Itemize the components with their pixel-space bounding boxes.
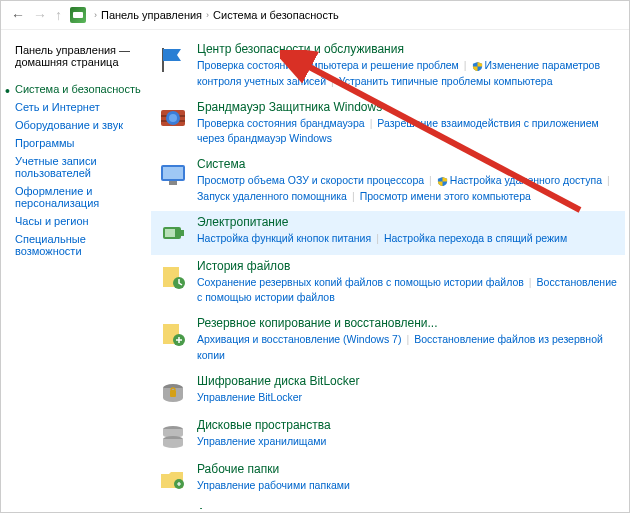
category-links: Просмотр объема ОЗУ и скорости процессор… <box>197 173 619 205</box>
category-title[interactable]: Центр безопасности и обслуживания <box>197 42 619 56</box>
firewall-icon <box>157 102 189 134</box>
category-links: Управление BitLocker <box>197 390 619 406</box>
category-link[interactable]: Запуск удаленного помощника <box>197 190 347 202</box>
breadcrumb-root[interactable]: Панель управления <box>101 9 202 21</box>
category-links: Проверка состояния компьютера и решение … <box>197 58 619 90</box>
admin-icon <box>157 508 189 510</box>
category-row: СистемаПросмотр объема ОЗУ и скорости пр… <box>151 153 625 211</box>
category-links: Управление рабочими папками <box>197 478 619 494</box>
link-separator: | <box>429 174 432 186</box>
category-link[interactable]: Устранить типичные проблемы компьютера <box>339 75 553 87</box>
category-link[interactable]: Просмотр объема ОЗУ и скорости процессор… <box>197 174 424 186</box>
svg-rect-14 <box>170 390 176 397</box>
category-links: Настройка функций кнопок питания|Настрой… <box>197 231 619 247</box>
sidebar-item[interactable]: Система и безопасность <box>15 80 145 98</box>
home-link-line2: домашняя страница <box>15 56 145 68</box>
svg-rect-7 <box>169 181 177 185</box>
link-separator: | <box>406 333 409 345</box>
sidebar-item[interactable]: Часы и регион <box>15 212 145 230</box>
control-panel-home-link[interactable]: Панель управления — домашняя страница <box>15 44 145 68</box>
category-row: Центр безопасности и обслуживанияПроверк… <box>151 38 625 96</box>
link-separator: | <box>464 59 467 71</box>
category-row: История файловСохранение резервных копий… <box>151 255 625 313</box>
category-row: АдминистрированиеОсвобождение места на д… <box>151 502 625 510</box>
main-panel: Центр безопасности и обслуживанияПроверк… <box>151 30 629 509</box>
category-title[interactable]: История файлов <box>197 259 619 273</box>
category-link[interactable]: Настройка функций кнопок питания <box>197 232 371 244</box>
category-title[interactable]: Брандмауэр Защитника Windows <box>197 100 619 114</box>
sidebar-item[interactable]: Программы <box>15 134 145 152</box>
sidebar-list: Система и безопасностьСеть и ИнтернетОбо… <box>15 80 145 260</box>
breadcrumb-current[interactable]: Система и безопасность <box>213 9 339 21</box>
sidebar: Панель управления — домашняя страница Си… <box>1 30 151 509</box>
svg-rect-6 <box>163 167 183 179</box>
category-row: Рабочие папкиУправление рабочими папками <box>151 458 625 502</box>
link-separator: | <box>607 174 610 186</box>
category-title[interactable]: Шифрование диска BitLocker <box>197 374 619 388</box>
category-link[interactable]: Настройка перехода в спящий режим <box>384 232 567 244</box>
category-link[interactable]: Проверка состояния брандмауэра <box>197 117 365 129</box>
category-row: ЭлектропитаниеНастройка функций кнопок п… <box>151 211 625 255</box>
category-title[interactable]: Электропитание <box>197 215 619 229</box>
up-button[interactable]: ↑ <box>55 7 62 23</box>
link-separator: | <box>376 232 379 244</box>
category-link[interactable]: Управление рабочими папками <box>197 479 350 491</box>
link-separator: | <box>370 117 373 129</box>
storage-icon <box>157 420 189 452</box>
category-link[interactable]: Архивация и восстановление (Windows 7) <box>197 333 401 345</box>
backup-icon <box>157 318 189 350</box>
sidebar-item[interactable]: Сеть и Интернет <box>15 98 145 116</box>
chevron-icon: › <box>94 10 97 20</box>
category-row: Резервное копирование и восстановлени...… <box>151 312 625 370</box>
sidebar-item[interactable]: Учетные записи пользователей <box>15 152 145 182</box>
bitlocker-icon <box>157 376 189 408</box>
category-link[interactable]: Управление BitLocker <box>197 391 302 403</box>
uac-shield-icon <box>472 61 483 72</box>
toolbar: ← → ↑ › Панель управления › Система и бе… <box>1 1 629 30</box>
category-row: Дисковые пространстваУправление хранилищ… <box>151 414 625 458</box>
home-link-line1: Панель управления — <box>15 44 145 56</box>
sidebar-item[interactable]: Оформление и персонализация <box>15 182 145 212</box>
back-button[interactable]: ← <box>11 7 25 23</box>
category-link[interactable]: Управление хранилищами <box>197 435 326 447</box>
svg-rect-9 <box>181 230 184 236</box>
workfolders-icon <box>157 464 189 496</box>
uac-shield-icon <box>437 176 448 187</box>
forward-button[interactable]: → <box>33 7 47 23</box>
category-links: Управление хранилищами <box>197 434 619 450</box>
category-link[interactable]: Сохранение резервных копий файлов с помо… <box>197 276 524 288</box>
flag-icon <box>157 44 189 76</box>
category-title[interactable]: Администрирование <box>197 506 619 510</box>
category-links: Архивация и восстановление (Windows 7)|В… <box>197 332 619 364</box>
category-links: Проверка состояния брандмауэра|Разрешени… <box>197 116 619 148</box>
category-link[interactable]: Настройка удаленного доступа <box>450 174 602 186</box>
category-row: Шифрование диска BitLockerУправление Bit… <box>151 370 625 414</box>
chevron-icon: › <box>206 10 209 20</box>
link-separator: | <box>331 75 334 87</box>
category-link[interactable]: Проверка состояния компьютера и решение … <box>197 59 459 71</box>
svg-rect-10 <box>165 229 175 237</box>
sidebar-item[interactable]: Оборудование и звук <box>15 116 145 134</box>
svg-point-4 <box>169 114 177 122</box>
sidebar-item[interactable]: Специальные возможности <box>15 230 145 260</box>
content-area: Панель управления — домашняя страница Си… <box>1 30 629 509</box>
category-links: Сохранение резервных копий файлов с помо… <box>197 275 619 307</box>
system-icon <box>157 159 189 191</box>
category-title[interactable]: Система <box>197 157 619 171</box>
category-title[interactable]: Дисковые пространства <box>197 418 619 432</box>
control-panel-icon <box>70 7 86 23</box>
breadcrumb: › Панель управления › Система и безопасн… <box>94 9 339 21</box>
category-title[interactable]: Резервное копирование и восстановлени... <box>197 316 619 330</box>
link-separator: | <box>352 190 355 202</box>
history-icon <box>157 261 189 293</box>
category-link[interactable]: Просмотр имени этого компьютера <box>360 190 531 202</box>
link-separator: | <box>529 276 532 288</box>
power-icon <box>157 217 189 249</box>
category-title[interactable]: Рабочие папки <box>197 462 619 476</box>
category-row: Брандмауэр Защитника WindowsПроверка сос… <box>151 96 625 154</box>
